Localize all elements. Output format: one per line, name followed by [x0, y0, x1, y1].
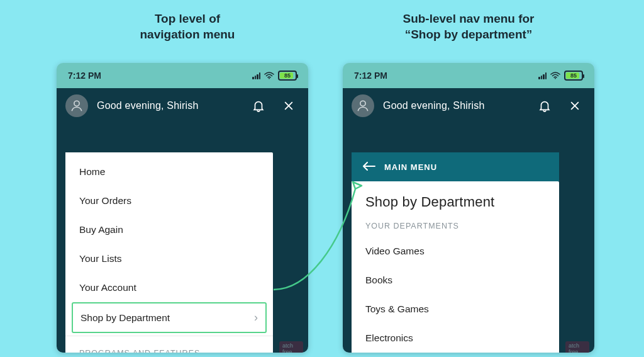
svg-point-1: [74, 101, 79, 106]
menu-divider: [65, 336, 273, 336]
menu-item-your-orders[interactable]: Your Orders: [65, 186, 273, 215]
menu-label: Toys & Games: [365, 303, 429, 315]
svg-point-0: [269, 78, 270, 79]
battery-percent: 85: [284, 72, 291, 79]
menu-item-your-account[interactable]: Your Account: [65, 273, 273, 302]
avatar[interactable]: [65, 94, 88, 117]
wifi-icon: [264, 72, 274, 79]
sub-menu-title: Shop by Department: [352, 181, 559, 217]
menu-label: Your Account: [79, 282, 136, 293]
menu-label: Video Games: [365, 246, 425, 257]
battery-icon: 85: [564, 71, 583, 81]
chevron-right-icon: ›: [254, 311, 258, 324]
nav-header: Good evening, Shirish: [343, 88, 594, 123]
phone-main-menu: 7:12 PM 85 Good evening, Shirish: [57, 63, 308, 353]
background-ghost: atch free: [565, 164, 589, 353]
dept-item-books[interactable]: Books: [352, 266, 559, 295]
dept-item-toys-games[interactable]: Toys & Games: [352, 295, 559, 324]
notifications-icon[interactable]: [248, 99, 269, 113]
sub-menu-panel: Shop by Department YOUR DEPARTMENTS Vide…: [352, 181, 559, 353]
section-programs-features: PROGRAMS AND FEATURES: [65, 339, 273, 353]
status-bar: 7:12 PM 85: [57, 63, 308, 88]
dept-item-video-games[interactable]: Video Games: [352, 237, 559, 266]
status-time: 7:12 PM: [68, 71, 101, 81]
caption-left: Top level of navigation menu: [125, 11, 250, 42]
arrow-left-icon: [363, 162, 375, 173]
menu-label: Home: [79, 166, 105, 178]
caption-left-line1: Top level of: [155, 12, 220, 25]
caption-left-line2: navigation menu: [140, 28, 235, 41]
menu-label: Buy Again: [79, 224, 123, 235]
wifi-icon: [550, 72, 560, 79]
svg-point-2: [555, 78, 556, 79]
dept-item-electronics[interactable]: Electronics: [352, 324, 559, 353]
menu-item-your-lists[interactable]: Your Lists: [65, 244, 273, 273]
notifications-icon[interactable]: [534, 99, 555, 113]
greeting-text: Good evening, Shirish: [97, 100, 239, 111]
ghost-pill: atch free: [565, 341, 589, 353]
close-icon[interactable]: [564, 99, 586, 112]
app-background: Good evening, Shirish atch free Home You…: [57, 88, 308, 353]
section-your-departments: YOUR DEPARTMENTS: [352, 217, 559, 237]
back-to-main-menu[interactable]: MAIN MENU: [352, 152, 559, 181]
back-label: MAIN MENU: [384, 162, 437, 172]
menu-label: Books: [365, 275, 392, 286]
battery-percent: 85: [570, 72, 577, 79]
menu-label: Electronics: [365, 332, 413, 344]
menu-item-buy-again[interactable]: Buy Again: [65, 215, 273, 244]
main-menu-panel: Home Your Orders Buy Again Your Lists Yo…: [65, 152, 273, 353]
nav-header: Good evening, Shirish: [57, 88, 308, 123]
svg-point-3: [360, 101, 365, 106]
menu-item-home[interactable]: Home: [65, 157, 273, 186]
caption-right-line1: Sub-level nav menu for: [402, 12, 534, 25]
menu-label: Shop by Department: [80, 312, 170, 324]
caption-right-line2: “Shop by department”: [405, 28, 533, 41]
app-background: Good evening, Shirish atch free MAIN MEN…: [343, 88, 594, 353]
status-bar: 7:12 PM 85: [343, 63, 594, 88]
menu-label: Your Orders: [79, 195, 131, 207]
battery-icon: 85: [278, 71, 297, 81]
signal-icon: [538, 72, 547, 79]
status-time: 7:12 PM: [354, 71, 387, 81]
signal-icon: [252, 72, 260, 79]
background-ghost: atch free: [279, 164, 303, 353]
main-menu-list: Home Your Orders Buy Again Your Lists Yo…: [65, 152, 273, 353]
ghost-pill: atch free: [279, 341, 303, 353]
close-icon[interactable]: [278, 99, 299, 112]
status-right-icons: 85: [538, 71, 583, 81]
menu-item-shop-by-department[interactable]: Shop by Department ›: [72, 302, 267, 333]
caption-right: Sub-level nav menu for “Shop by departme…: [377, 11, 560, 42]
avatar[interactable]: [352, 94, 374, 117]
phone-sub-menu: 7:12 PM 85 Good evening, Shirish: [343, 63, 594, 353]
greeting-text: Good evening, Shirish: [383, 100, 525, 111]
status-right-icons: 85: [252, 71, 297, 81]
menu-label: Your Lists: [79, 253, 122, 264]
